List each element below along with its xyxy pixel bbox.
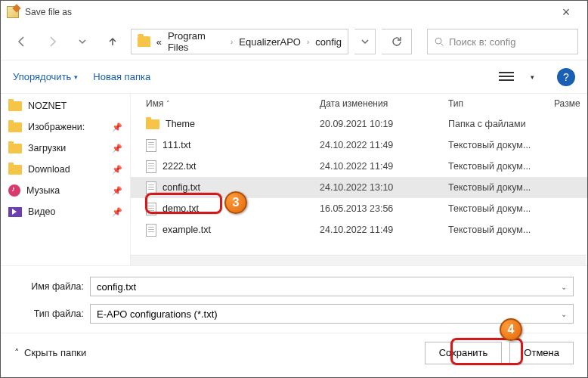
breadcrumb-seg-3[interactable]: config <box>315 36 342 48</box>
new-folder-label: Новая папка <box>93 71 150 82</box>
col-size[interactable]: Разме <box>554 98 580 109</box>
new-folder-button[interactable]: Новая папка <box>93 71 150 82</box>
chevron-down-icon[interactable]: ⌄ <box>561 310 567 318</box>
cancel-button[interactable]: Отмена <box>509 342 574 364</box>
chevron-up-icon: ˄ <box>14 347 20 358</box>
file-date: 16.05.2013 23:56 <box>320 203 448 214</box>
text-file-icon <box>146 181 156 194</box>
file-row[interactable]: Theme20.09.2021 10:19Папка с файлами <box>131 113 587 135</box>
recent-dropdown[interactable] <box>70 29 94 54</box>
col-name[interactable]: Имя˄ <box>146 98 320 109</box>
file-type: Текстовый докум... <box>448 182 562 193</box>
view-mode-button[interactable] <box>496 68 517 86</box>
toolbar: Упорядочить ▾ Новая папка ▾ ? <box>1 60 587 93</box>
file-name: Theme <box>166 119 195 129</box>
refresh-button[interactable] <box>382 29 412 54</box>
sidebar-item-noznet[interactable]: NOZNET <box>1 95 130 116</box>
text-file-icon <box>146 160 156 173</box>
sidebar-item-download[interactable]: Download📌 <box>1 159 130 180</box>
col-date[interactable]: Дата изменения <box>320 98 448 109</box>
file-date: 24.10.2022 13:10 <box>320 182 448 193</box>
file-row[interactable]: demo.txt16.05.2013 23:56Текстовый докум.… <box>131 198 587 219</box>
text-file-icon <box>146 203 156 215</box>
breadcrumb-dropdown[interactable] <box>354 29 376 54</box>
svg-point-0 <box>435 38 441 44</box>
file-type: Текстовый докум... <box>448 140 562 150</box>
file-date: 20.09.2021 10:19 <box>320 119 448 129</box>
file-name: demo.txt <box>162 203 199 214</box>
nav-row: « Program Files › EqualizerAPO › config … <box>1 23 587 60</box>
svg-rect-3 <box>499 79 514 81</box>
file-name: 2222.txt <box>162 161 196 172</box>
sidebar-item-video[interactable]: Видео📌 <box>1 201 130 222</box>
sidebar-item-label: Музыка <box>26 185 60 196</box>
pin-icon: 📌 <box>112 165 122 175</box>
folder-icon <box>8 165 22 175</box>
filetype-label: Тип файла: <box>14 308 90 319</box>
sidebar-item-label: Изображени: <box>28 122 85 132</box>
sidebar-item-label: Download <box>28 164 70 175</box>
bottom-bar: ˄ Скрыть папки Сохранить Отмена <box>1 333 587 372</box>
file-name: example.txt <box>162 225 211 235</box>
save-label: Сохранить <box>439 347 488 358</box>
pin-icon: 📌 <box>112 207 122 217</box>
up-button[interactable] <box>101 29 125 54</box>
text-file-icon <box>146 139 156 152</box>
help-button[interactable]: ? <box>557 68 575 86</box>
sidebar-item-images[interactable]: Изображени:📌 <box>1 116 130 138</box>
horizontal-scrollbar[interactable] <box>131 255 586 265</box>
title-bar: Save file as × <box>1 1 587 23</box>
sidebar-item-music[interactable]: Музыка📌 <box>1 180 130 201</box>
folder-icon <box>8 122 22 132</box>
music-icon <box>8 184 20 197</box>
file-row[interactable]: example.txt24.10.2022 11:49Текстовый док… <box>131 219 587 240</box>
file-date: 24.10.2022 11:49 <box>320 161 448 172</box>
file-type: Текстовый докум... <box>448 161 562 172</box>
sidebar-item-label: NOZNET <box>28 101 67 111</box>
sort-indicator: ˄ <box>166 100 170 107</box>
organize-menu[interactable]: Упорядочить ▾ <box>13 71 78 82</box>
breadcrumb-seg-1[interactable]: Program Files <box>168 30 224 53</box>
file-date: 24.10.2022 11:49 <box>320 225 448 235</box>
chevron-down-icon[interactable]: ▾ <box>531 73 534 81</box>
chevron-down-icon[interactable]: ⌄ <box>561 283 567 291</box>
file-pane: Имя˄ Дата изменения Тип Разме Theme20.09… <box>131 94 587 265</box>
search-placeholder: Поиск в: config <box>449 36 515 48</box>
sidebar-item-downloads[interactable]: Загрузки📌 <box>1 138 130 159</box>
file-name: 111.txt <box>162 140 191 150</box>
chevron-right-icon: › <box>307 38 309 46</box>
file-row[interactable]: 111.txt24.10.2022 11:49Текстовый докум..… <box>131 135 587 156</box>
sidebar-item-label: Загрузки <box>28 143 66 153</box>
svg-rect-2 <box>499 76 514 77</box>
filename-input[interactable]: config.txt ⌄ <box>90 277 574 296</box>
col-type[interactable]: Тип <box>448 98 554 109</box>
file-type: Текстовый докум... <box>448 203 562 214</box>
search-input[interactable]: Поиск в: config <box>427 29 578 54</box>
file-name: config.txt <box>162 182 200 193</box>
pin-icon: 📌 <box>112 186 122 196</box>
forward-button[interactable] <box>40 29 64 54</box>
close-button[interactable]: × <box>551 5 581 20</box>
back-button[interactable] <box>10 29 34 54</box>
save-button[interactable]: Сохранить <box>425 342 503 364</box>
pin-icon: 📌 <box>112 122 122 132</box>
svg-rect-1 <box>499 72 514 73</box>
hide-folders-toggle[interactable]: ˄ Скрыть папки <box>14 347 86 358</box>
file-list: Theme20.09.2021 10:19Папка с файлами111.… <box>131 113 587 255</box>
breadcrumb-prefix: « <box>156 36 162 48</box>
folder-icon <box>146 119 159 129</box>
file-row[interactable]: 2222.txt24.10.2022 11:49Текстовый докум.… <box>131 156 587 177</box>
folder-icon <box>8 144 22 153</box>
breadcrumb-seg-2[interactable]: EqualizerAPO <box>239 36 301 48</box>
file-date: 24.10.2022 11:49 <box>320 140 448 150</box>
chevron-down-icon: ▾ <box>74 73 78 81</box>
hide-folders-label: Скрыть папки <box>24 347 86 358</box>
search-icon <box>434 36 444 47</box>
window-title: Save file as <box>25 7 72 17</box>
filetype-select[interactable]: E-APO configurations (*.txt) ⌄ <box>90 304 574 324</box>
breadcrumb[interactable]: « Program Files › EqualizerAPO › config <box>131 29 348 54</box>
organize-label: Упорядочить <box>13 71 71 82</box>
sidebar: NOZNET Изображени:📌 Загрузки📌 Download📌 … <box>1 94 131 265</box>
file-row[interactable]: config.txt24.10.2022 13:10Текстовый доку… <box>131 177 587 198</box>
column-headers: Имя˄ Дата изменения Тип Разме <box>131 94 587 113</box>
